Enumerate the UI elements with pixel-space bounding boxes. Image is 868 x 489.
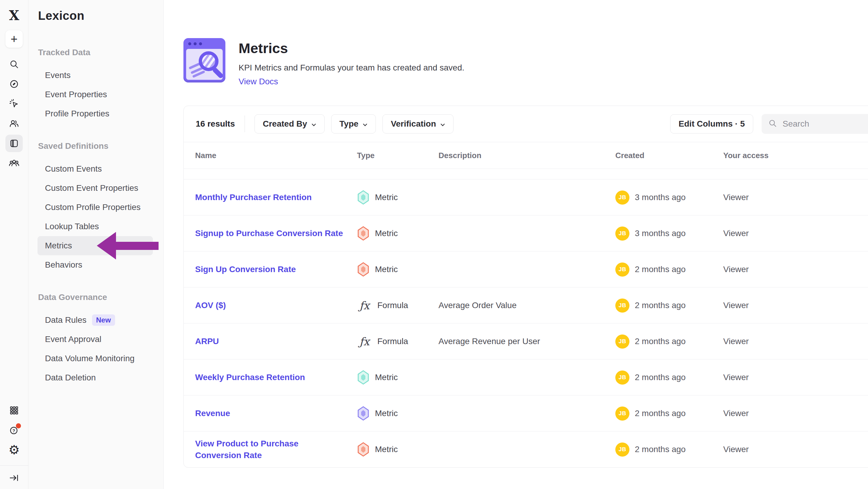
rail-footer: ? ⚙ bbox=[0, 402, 28, 489]
sidebar-item-label: Data Volume Monitoring bbox=[45, 354, 134, 363]
table-row[interactable]: AOV ($) Formula Average Order Value JB2 … bbox=[184, 287, 868, 323]
gear-icon: ⚙ bbox=[8, 444, 20, 456]
search-box[interactable] bbox=[762, 114, 868, 134]
metric-name-link[interactable]: Monthly Purchaser Retention bbox=[195, 192, 324, 203]
chevron-down-icon bbox=[311, 119, 316, 129]
filter-label: Created By bbox=[263, 119, 307, 129]
metric-type-icon bbox=[357, 190, 370, 205]
type-label: Metric bbox=[375, 444, 398, 454]
rail-item-lexicon[interactable] bbox=[5, 135, 23, 152]
sidebar-item-label: Lookup Tables bbox=[45, 222, 99, 231]
table-row[interactable]: Sign Up Conversion Rate Metric JB2 month… bbox=[184, 251, 868, 287]
rail-item-search[interactable] bbox=[5, 56, 23, 73]
column-header-created[interactable]: Created bbox=[615, 151, 723, 160]
rail-item-events[interactable] bbox=[5, 95, 23, 113]
collapse-sidebar-button[interactable] bbox=[5, 469, 23, 487]
search-input[interactable] bbox=[782, 119, 861, 129]
page-title: Metrics bbox=[239, 40, 464, 56]
sidebar-item-events[interactable]: Events bbox=[37, 66, 153, 85]
table-row[interactable]: Weekly Purchase Retention Metric JB2 mon… bbox=[184, 359, 868, 395]
metric-name-link[interactable]: Signup to Purchase Conversion Rate bbox=[195, 227, 355, 239]
table-row[interactable]: Monthly Purchaser Retention Metric JB3 m… bbox=[184, 179, 868, 215]
sidebar-item-label: Event Approval bbox=[45, 335, 101, 344]
create-new-button[interactable]: + bbox=[5, 30, 23, 48]
help-button[interactable]: ? bbox=[5, 422, 23, 439]
rail-divider bbox=[0, 465, 28, 466]
type-label: Metric bbox=[375, 409, 398, 418]
sidebar-item-label: Custom Profile Properties bbox=[45, 202, 141, 212]
sidebar-item-metrics[interactable]: Metrics bbox=[37, 236, 153, 255]
page-header: Metrics KPI Metrics and Formulas your te… bbox=[183, 38, 868, 86]
window-dot-icon bbox=[188, 42, 191, 45]
section-label-tracked-data: Tracked Data bbox=[29, 48, 163, 57]
table-row[interactable]: Revenue Metric JB2 months ago Viewer bbox=[184, 395, 868, 431]
arrow-shaft bbox=[116, 242, 159, 250]
type-label: Metric bbox=[375, 193, 398, 202]
metric-description: Average Order Value bbox=[438, 300, 615, 310]
rail-item-explore[interactable] bbox=[5, 75, 23, 93]
settings-button[interactable]: ⚙ bbox=[5, 441, 23, 459]
collapse-icon bbox=[8, 472, 20, 484]
rail-item-cohorts[interactable] bbox=[5, 154, 23, 172]
metric-name-link[interactable]: ARPU bbox=[195, 336, 231, 347]
avatar: JB bbox=[615, 298, 629, 313]
filter-created-by[interactable]: Created By bbox=[254, 114, 324, 134]
filter-verification[interactable]: Verification bbox=[382, 114, 454, 134]
access-level: Viewer bbox=[723, 229, 868, 238]
created-time: 2 months ago bbox=[635, 409, 686, 418]
lexicon-page: X + ? bbox=[0, 0, 868, 489]
sidebar-item-custom-event-properties[interactable]: Custom Event Properties bbox=[37, 178, 153, 198]
sidebar-item-label: Custom Event Properties bbox=[45, 183, 138, 193]
rail-item-users[interactable] bbox=[5, 115, 23, 132]
sidebar-item-event-approval[interactable]: Event Approval bbox=[37, 330, 153, 349]
avatar: JB bbox=[615, 262, 629, 277]
sidebar-item-label: Data Deletion bbox=[45, 373, 96, 382]
sidebar-item-label: Behaviors bbox=[45, 260, 83, 270]
results-count: 16 results bbox=[196, 119, 235, 129]
sidebar-item-event-properties[interactable]: Event Properties bbox=[37, 85, 153, 104]
apps-grid-icon bbox=[8, 404, 20, 416]
created-time: 2 months ago bbox=[635, 337, 686, 346]
table-row[interactable]: View Product to Purchase Conversion Rate… bbox=[184, 431, 868, 467]
notification-dot bbox=[16, 423, 21, 428]
sidebar-item-data-deletion[interactable]: Data Deletion bbox=[37, 368, 153, 387]
filter-label: Type bbox=[340, 119, 359, 129]
sidebar-item-data-volume-monitoring[interactable]: Data Volume Monitoring bbox=[37, 349, 153, 368]
window-body bbox=[186, 49, 223, 80]
metric-name-link[interactable]: Weekly Purchase Retention bbox=[195, 371, 317, 383]
view-docs-link[interactable]: View Docs bbox=[239, 77, 278, 86]
created-time: 2 months ago bbox=[635, 373, 686, 382]
metric-name-link[interactable]: View Product to Purchase Conversion Rate bbox=[195, 438, 357, 461]
edit-columns-button[interactable]: Edit Columns · 5 bbox=[670, 114, 753, 134]
column-header-name[interactable]: Name bbox=[195, 151, 357, 160]
section-label-data-governance: Data Governance bbox=[29, 292, 163, 302]
sidebar-item-profile-properties[interactable]: Profile Properties bbox=[37, 104, 153, 123]
main-content: Metrics KPI Metrics and Formulas your te… bbox=[164, 0, 868, 489]
type-label: Metric bbox=[375, 265, 398, 274]
column-header-type[interactable]: Type bbox=[357, 151, 438, 160]
filter-label: Verification bbox=[391, 119, 436, 129]
sidebar-item-label: Events bbox=[45, 70, 71, 80]
apps-grid-button[interactable] bbox=[5, 402, 23, 419]
filter-type[interactable]: Type bbox=[331, 114, 376, 134]
access-level: Viewer bbox=[723, 300, 868, 310]
created-time: 2 months ago bbox=[635, 265, 686, 274]
avatar: JB bbox=[615, 406, 629, 421]
table-row[interactable]: Signup to Purchase Conversion Rate Metri… bbox=[184, 215, 868, 251]
sidebar-item-data-rules[interactable]: Data Rules New bbox=[37, 311, 153, 330]
sidebar-item-label: Custom Events bbox=[45, 164, 102, 174]
column-header-description[interactable]: Description bbox=[438, 151, 615, 160]
sidebar-item-custom-events[interactable]: Custom Events bbox=[37, 159, 153, 178]
window-dot-icon bbox=[194, 42, 197, 45]
users-icon bbox=[8, 118, 20, 130]
sidebar-item-custom-profile-properties[interactable]: Custom Profile Properties bbox=[37, 198, 153, 217]
sidebar-item-behaviors[interactable]: Behaviors bbox=[37, 255, 153, 275]
type-label: Metric bbox=[375, 373, 398, 382]
table-row[interactable]: ARPU Formula Average Revenue per User JB… bbox=[184, 323, 868, 359]
metric-name-link[interactable]: AOV ($) bbox=[195, 299, 238, 311]
sidebar-item-lookup-tables[interactable]: Lookup Tables bbox=[37, 217, 153, 236]
metric-name-link[interactable]: Sign Up Conversion Rate bbox=[195, 263, 308, 275]
search-icon bbox=[8, 58, 20, 70]
metric-name-link[interactable]: Revenue bbox=[195, 407, 242, 419]
column-header-access[interactable]: Your access bbox=[723, 151, 868, 160]
